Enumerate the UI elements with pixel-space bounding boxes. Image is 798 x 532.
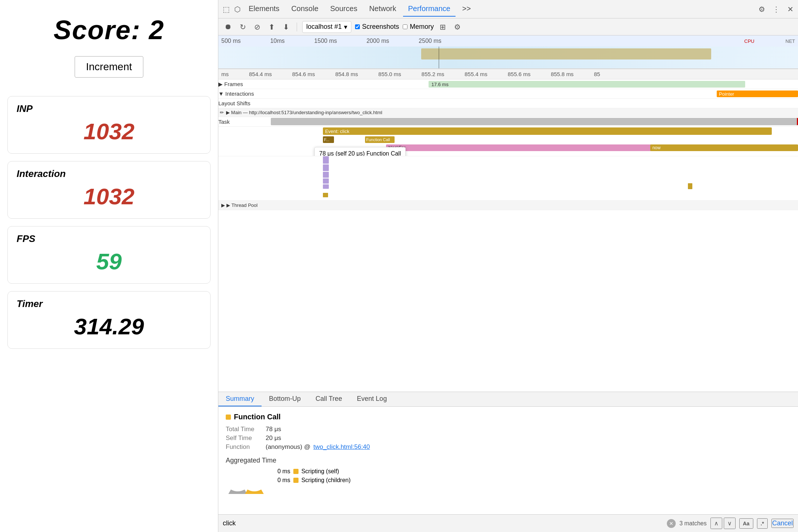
interaction-pointer-bar[interactable]: Pointer bbox=[717, 91, 798, 97]
f-bar[interactable]: F... bbox=[323, 136, 334, 143]
event-click-track: Event: click F... Function Call 78 μs (s… bbox=[218, 127, 798, 156]
legend-scripting-self: 0 ms Scripting (self) bbox=[277, 468, 351, 475]
fps-label: FPS bbox=[17, 233, 201, 245]
purple-block-3 bbox=[323, 172, 329, 178]
download-button[interactable]: ⬇ bbox=[281, 21, 291, 33]
net-label: NET bbox=[785, 38, 795, 44]
layout-shifts-track: Layout Shifts bbox=[218, 99, 798, 108]
search-cancel-button[interactable]: Cancel bbox=[771, 519, 794, 528]
function-anon: (anonymous) @ bbox=[266, 443, 310, 451]
event-click-content: Event: click F... Function Call 78 μs (s… bbox=[270, 127, 798, 156]
summary-color-indicator bbox=[226, 415, 231, 420]
purple-block-1 bbox=[323, 156, 329, 164]
frames-bar: 17.6 ms bbox=[429, 81, 745, 88]
clear-button[interactable]: ⊘ bbox=[252, 21, 263, 33]
interaction-card: Interaction 1032 bbox=[7, 161, 211, 219]
tooltip: 78 μs (self 20 μs) Function Call bbox=[314, 147, 406, 156]
interactions-track-content: Pointer bbox=[270, 89, 798, 98]
tab-summary[interactable]: Summary bbox=[218, 392, 262, 406]
ruler-500ms: 500 ms bbox=[221, 38, 241, 44]
frames-track-content: 17.6 ms bbox=[270, 79, 798, 89]
devtools-tabbar: ⬚ ⬡ Elements Console Sources Network Per… bbox=[218, 0, 798, 18]
tab-more[interactable]: >> bbox=[457, 1, 476, 17]
interactions-chevron[interactable]: ▼ bbox=[218, 91, 224, 97]
function-label: Function bbox=[226, 443, 263, 451]
inp-label: INP bbox=[17, 103, 201, 115]
screenshots-label: Screenshots bbox=[362, 23, 399, 31]
thread-pool-track: ▶ ▶ Thread Pool bbox=[218, 201, 798, 210]
interaction-value: 1032 bbox=[17, 183, 201, 209]
search-input[interactable] bbox=[223, 519, 663, 527]
search-clear-button[interactable]: ✕ bbox=[667, 519, 676, 528]
regex-button[interactable]: .* bbox=[757, 518, 768, 529]
tab-event-log[interactable]: Event Log bbox=[349, 392, 394, 406]
ruler-855.6: 855.6 ms bbox=[508, 71, 531, 77]
purple-block-2 bbox=[323, 164, 329, 171]
interaction-label: Interaction bbox=[17, 168, 201, 180]
timeline-selection-marker bbox=[439, 47, 439, 68]
thread-pool-label: ▶ ▶ Thread Pool bbox=[218, 202, 258, 208]
settings-icon[interactable]: ⚙ bbox=[757, 3, 767, 15]
reload-button[interactable]: ↻ bbox=[238, 21, 248, 33]
close-icon[interactable]: ✕ bbox=[786, 3, 795, 15]
screenshots-checkbox[interactable] bbox=[355, 24, 360, 29]
increment-button[interactable]: Increment bbox=[75, 56, 144, 78]
search-next-button[interactable]: ∨ bbox=[724, 518, 736, 529]
interactions-track-label: ▼ Interactions bbox=[218, 91, 270, 97]
memory-label: Memory bbox=[410, 23, 434, 31]
function-sub-bar[interactable]: Function Call bbox=[365, 136, 395, 143]
cpu-throttle-icon[interactable]: ⊞ bbox=[437, 21, 448, 33]
task-bar[interactable] bbox=[271, 118, 798, 125]
thread-pool-chevron[interactable]: ▶ bbox=[221, 202, 225, 208]
tab-elements[interactable]: Elements bbox=[243, 1, 284, 17]
frames-chevron[interactable]: ▶ bbox=[218, 81, 223, 88]
ruler-1500ms: 1500 ms bbox=[314, 38, 337, 44]
scripting-children-label: Scripting (children) bbox=[301, 477, 351, 484]
search-matches: 3 matches bbox=[679, 520, 707, 527]
tab-performance[interactable]: Performance bbox=[403, 1, 456, 17]
search-bar: ✕ 3 matches ∧ ∨ Aa .* Cancel bbox=[218, 514, 798, 532]
total-time-label: Total Time bbox=[226, 426, 263, 433]
timeline-overview-area[interactable]: 500 ms 10ms 1500 ms 2000 ms 2500 ms CPU … bbox=[218, 35, 798, 69]
now-bar[interactable]: now bbox=[650, 144, 798, 151]
function-row: Function (anonymous) @ two_click.html:56… bbox=[226, 443, 791, 451]
more-icon[interactable]: ⋮ bbox=[771, 3, 781, 15]
url-selector[interactable]: localhost #1 ▾ bbox=[302, 21, 351, 33]
main-thread-label: ✏ ▶ Main — http://localhost:5173/underst… bbox=[218, 110, 382, 115]
interactions-track: ▼ Interactions Pointer bbox=[218, 89, 798, 99]
fps-value: 59 bbox=[17, 248, 201, 274]
tab-console[interactable]: Console bbox=[286, 1, 323, 17]
task-label: Task bbox=[218, 119, 270, 125]
upload-button[interactable]: ⬆ bbox=[266, 21, 277, 33]
performance-toolbar: ⏺ ↻ ⊘ ⬆ ⬇ localhost #1 ▾ Screenshots Mem… bbox=[218, 18, 798, 35]
timeline-overview[interactable] bbox=[218, 47, 798, 69]
fps-card: FPS 59 bbox=[7, 226, 211, 284]
ruler-854.4: 854.4 ms bbox=[249, 71, 272, 77]
tab-network[interactable]: Network bbox=[364, 1, 401, 17]
self-time-label: Self Time bbox=[226, 434, 263, 442]
total-time-value: 78 μs bbox=[266, 426, 281, 433]
task-track: Task bbox=[218, 117, 798, 127]
search-prev-button[interactable]: ∧ bbox=[710, 518, 722, 529]
function-link[interactable]: two_click.html:56:40 bbox=[313, 443, 370, 451]
memory-checkbox[interactable] bbox=[403, 24, 407, 29]
yellow-small-block bbox=[323, 193, 328, 197]
timeline-tracks[interactable]: ▶ Frames 17.6 ms ▼ Interactions Point bbox=[218, 79, 798, 392]
pointer-label: Pointer bbox=[719, 91, 734, 97]
timer-label: Timer bbox=[17, 298, 201, 310]
tab-sources[interactable]: Sources bbox=[325, 1, 362, 17]
tab-bottom-up[interactable]: Bottom-Up bbox=[262, 392, 308, 406]
ruler-85: 85 bbox=[594, 71, 600, 77]
event-click-text: Event: click bbox=[325, 129, 349, 134]
capture-settings-icon[interactable]: ⚙ bbox=[452, 21, 463, 33]
ruler-1000ms: 10ms bbox=[270, 38, 284, 44]
match-case-button[interactable]: Aa bbox=[739, 518, 753, 529]
inspector-icon[interactable]: ⬚ bbox=[221, 3, 231, 15]
tab-call-tree[interactable]: Call Tree bbox=[308, 392, 349, 406]
layout-shifts-label: Layout Shifts bbox=[218, 100, 270, 106]
record-button[interactable]: ⏺ bbox=[222, 21, 234, 33]
device-icon[interactable]: ⬡ bbox=[233, 3, 242, 15]
donut-chart bbox=[226, 468, 266, 494]
timer-card: Timer 314.29 bbox=[7, 291, 211, 349]
event-click-bar[interactable]: Event: click bbox=[323, 127, 772, 135]
